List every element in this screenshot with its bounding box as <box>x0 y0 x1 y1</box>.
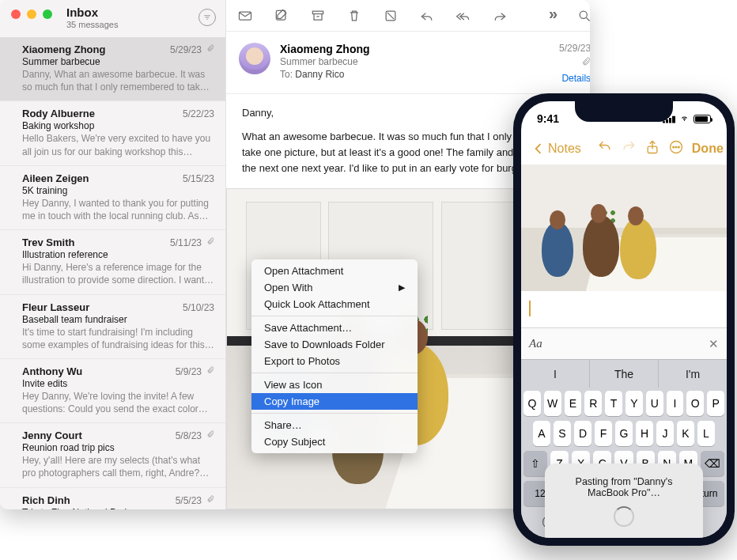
menu-item[interactable]: Copy Subject <box>251 433 418 450</box>
format-button[interactable]: Aa <box>529 337 542 350</box>
message-row[interactable]: Xiaomeng Zhong5/29/23Summer barbecueDann… <box>0 37 225 101</box>
junk-button[interactable] <box>383 8 399 24</box>
message-date: 5/29/23 <box>559 43 590 54</box>
key[interactable]: Y <box>626 391 643 416</box>
undo-button[interactable] <box>597 139 613 158</box>
reader-toolbar: » <box>226 0 590 32</box>
key[interactable]: P <box>707 391 724 416</box>
chevron-left-icon <box>531 141 546 157</box>
menu-item[interactable]: Quick Look Attachment <box>251 296 418 312</box>
paperclip-icon <box>206 44 214 55</box>
key[interactable]: I <box>667 391 684 416</box>
key[interactable]: W <box>544 391 561 416</box>
row-date: 5/15/23 <box>183 173 214 184</box>
compose-button[interactable] <box>274 8 289 24</box>
dismiss-format-bar[interactable]: ✕ <box>709 337 719 351</box>
zoom-window-button[interactable] <box>43 9 52 19</box>
redo-button[interactable] <box>621 139 637 158</box>
menu-item-label: Open With <box>264 282 312 293</box>
paperclip-icon <box>206 494 214 505</box>
key[interactable]: J <box>656 421 674 446</box>
row-subject: Baseball team fundraiser <box>22 314 214 325</box>
window-controls[interactable] <box>11 6 52 19</box>
more-button[interactable] <box>668 139 684 158</box>
row-from: Rich Dinh <box>22 494 176 506</box>
key[interactable]: Q <box>523 391 541 416</box>
more-button[interactable]: » <box>549 5 556 23</box>
details-link[interactable]: Details <box>559 73 590 84</box>
svg-point-15 <box>678 146 679 148</box>
row-date: 5/22/23 <box>183 108 214 119</box>
note-body[interactable]: Pasting from "Danny's MacBook Pro"… Canc… <box>521 291 727 327</box>
key[interactable]: T <box>605 391 622 416</box>
row-from: Xiaomeng Zhong <box>22 44 170 55</box>
archive-button[interactable] <box>310 8 326 24</box>
key[interactable]: U <box>646 391 663 416</box>
key[interactable]: G <box>615 421 633 446</box>
delete-button[interactable] <box>346 8 362 24</box>
menu-item[interactable]: View as Icon <box>251 376 418 393</box>
undo-icon <box>597 139 613 155</box>
delete-key[interactable]: ⌫ <box>701 451 724 476</box>
menu-item-label: Copy Image <box>264 395 319 407</box>
menu-item[interactable]: Share… <box>251 417 418 433</box>
prediction[interactable]: I <box>521 360 590 388</box>
junk-icon <box>383 8 399 24</box>
row-subject: Illustration reference <box>22 249 214 260</box>
message-row[interactable]: Anthony Wu5/9/23Invite editsHey Danny, W… <box>0 359 225 423</box>
new-message-button[interactable] <box>237 8 253 24</box>
compose-icon <box>274 8 289 24</box>
prediction[interactable]: The <box>590 360 659 388</box>
reply-all-button[interactable] <box>455 8 471 24</box>
key[interactable]: O <box>686 391 704 416</box>
menu-item[interactable]: Open With▶ <box>251 279 418 296</box>
menu-item[interactable]: Copy Image <box>251 393 418 410</box>
message-row[interactable]: Jenny Court5/8/23Reunion road trip picsH… <box>0 423 225 487</box>
message-row[interactable]: Rody Albuerne5/22/23Baking workshopHello… <box>0 101 225 165</box>
row-from: Jenny Court <box>22 429 176 441</box>
menu-separator <box>251 373 418 373</box>
note-pasted-image[interactable] <box>521 165 727 291</box>
menu-item[interactable]: Save to Downloads Folder <box>251 336 418 353</box>
share-button[interactable] <box>644 139 660 158</box>
key[interactable]: D <box>574 421 591 446</box>
message-row[interactable]: Rich Dinh5/5/23Trip to Zion National Par… <box>0 488 225 509</box>
row-date: 5/8/23 <box>176 430 202 441</box>
key[interactable]: K <box>677 421 694 446</box>
reply-button[interactable] <box>419 8 435 24</box>
key[interactable]: S <box>554 421 571 446</box>
close-window-button[interactable] <box>11 9 21 19</box>
menu-item[interactable]: Save Attachment… <box>251 320 418 336</box>
minimize-window-button[interactable] <box>27 9 36 19</box>
forward-button[interactable] <box>492 8 508 24</box>
row-date: 5/29/23 <box>170 44 202 55</box>
context-menu[interactable]: Open AttachmentOpen With▶Quick Look Atta… <box>251 259 418 453</box>
message-row[interactable]: Aileen Zeigen5/15/235K trainingHey Danny… <box>0 166 225 230</box>
key[interactable]: R <box>584 391 602 416</box>
menu-item-label: Export to Photos <box>264 355 340 367</box>
key[interactable]: A <box>533 421 550 446</box>
row-preview: Hey Danny, I wanted to thank you for put… <box>22 197 214 222</box>
predictive-row[interactable]: ITheI'm <box>521 359 727 388</box>
row-date: 5/10/23 <box>183 302 214 313</box>
key[interactable]: L <box>697 421 715 446</box>
message-row[interactable]: Trev Smith5/11/23Illustration referenceH… <box>0 230 225 294</box>
shift-key[interactable]: ⇧ <box>523 451 547 476</box>
prediction[interactable]: I'm <box>659 360 727 388</box>
message-row[interactable]: Fleur Lasseur5/10/23Baseball team fundra… <box>0 295 225 359</box>
menu-item[interactable]: Export to Photos <box>251 353 418 369</box>
menu-item[interactable]: Open Attachment <box>251 263 418 279</box>
trash-icon <box>346 8 362 24</box>
row-from: Aileen Zeigen <box>22 172 183 184</box>
row-subject: Trip to Zion National Park <box>22 507 214 509</box>
row-subject: Reunion road trip pics <box>22 442 214 453</box>
done-button[interactable]: Done <box>692 142 724 156</box>
filter-button[interactable] <box>198 9 216 26</box>
search-button[interactable] <box>576 8 590 24</box>
row-preview: Hey Danny, We're loving the invite! A fe… <box>22 390 214 415</box>
message-list[interactable]: Xiaomeng Zhong5/29/23Summer barbecueDann… <box>0 37 225 509</box>
key[interactable]: E <box>565 391 582 416</box>
back-button[interactable]: Notes <box>531 141 581 157</box>
key[interactable]: H <box>636 421 653 446</box>
key[interactable]: F <box>595 421 612 446</box>
